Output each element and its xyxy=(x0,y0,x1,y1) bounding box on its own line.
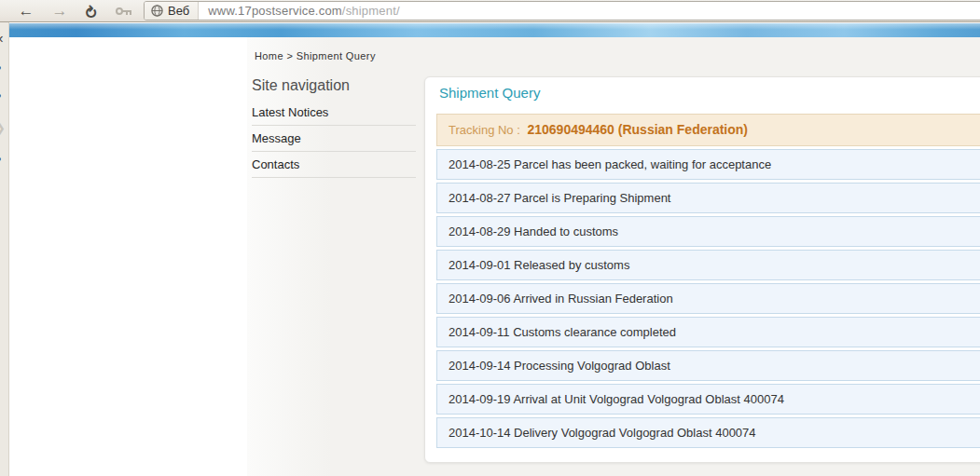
panel-icon-fragment: ❯ xyxy=(0,121,6,135)
tracking-event-row: 2014-09-19 Arrival at Unit Volgograd Vol… xyxy=(436,384,980,415)
left-panel-strip: ✕●●❯●▪ xyxy=(0,22,9,476)
tracking-event-row: 2014-08-29 Handed to customs xyxy=(436,216,980,247)
panel-icon-fragment: ● xyxy=(0,89,2,101)
panel-icon-fragment: ✕ xyxy=(0,34,4,46)
tracking-event-row: 2014-09-06 Arrived in Russian Federation xyxy=(436,283,980,314)
page-title: Shipment Query xyxy=(439,85,540,101)
breadcrumb-current: Shipment Query xyxy=(297,50,376,61)
browser-toolbar: ← → ⟳ Веб www.17postservice.com/shipment… xyxy=(0,0,980,22)
tracking-destination: (Russian Federation) xyxy=(618,122,748,137)
tracking-event-row: 2014-09-01 Released by customs xyxy=(436,250,980,280)
breadcrumb-home-link[interactable]: Home xyxy=(255,50,283,61)
panel-icon-fragment: ● xyxy=(0,61,2,73)
tracking-event-row: 2014-09-11 Customs clearance completed xyxy=(436,317,980,347)
search-engine-chip[interactable]: Веб xyxy=(145,2,199,20)
address-bar[interactable]: Веб www.17postservice.com/shipment/ xyxy=(144,1,980,20)
sidebar-nav: Latest NoticesMessageContacts xyxy=(252,100,416,178)
main-panel: Shipment Query Tracking No : 21069049446… xyxy=(424,76,980,463)
tracking-event-row: 2014-10-14 Delivery Volgograd Volgograd … xyxy=(436,417,980,448)
header-banner-image xyxy=(9,23,980,37)
search-engine-label: Веб xyxy=(168,4,189,18)
breadcrumb-separator: > xyxy=(286,50,293,61)
tracking-event-row: 2014-08-25 Parcel has been packed, waiti… xyxy=(436,149,980,180)
sidebar-title: Site navigation xyxy=(252,77,350,94)
breadcrumb: Home > Shipment Query xyxy=(255,50,376,61)
tracking-event-row: 2014-09-14 Processing Volgograd Oblast xyxy=(436,350,980,381)
tracking-event-row: 2014-08-27 Parcel is Preparing Shipment xyxy=(436,183,980,213)
key-icon[interactable] xyxy=(112,0,136,22)
url-path: /shipment/ xyxy=(342,4,400,18)
forward-button[interactable]: → xyxy=(48,0,71,22)
tracking-header: Tracking No : 210690494460 (Russian Fede… xyxy=(436,114,980,146)
sidebar-nav-item[interactable]: Contacts xyxy=(252,152,416,178)
globe-icon xyxy=(151,5,163,17)
tracking-results: Tracking No : 210690494460 (Russian Fede… xyxy=(436,114,980,448)
panel-icon-fragment: ● xyxy=(0,153,2,164)
url-text[interactable]: www.17postservice.com/shipment/ xyxy=(199,4,400,18)
tracking-number: 210690494460 (Russian Federation) xyxy=(527,122,748,137)
sidebar-nav-item[interactable]: Latest Notices xyxy=(252,100,416,126)
tracking-label: Tracking No : xyxy=(449,123,520,137)
back-button[interactable]: ← xyxy=(15,0,37,22)
sidebar-nav-item[interactable]: Message xyxy=(252,126,416,152)
key-icon-glyph xyxy=(116,7,132,16)
reload-button[interactable]: ⟳ xyxy=(81,0,104,22)
url-domain: www.17postservice.com xyxy=(208,4,342,18)
tracking-event-list: 2014-08-25 Parcel has been packed, waiti… xyxy=(436,149,980,448)
